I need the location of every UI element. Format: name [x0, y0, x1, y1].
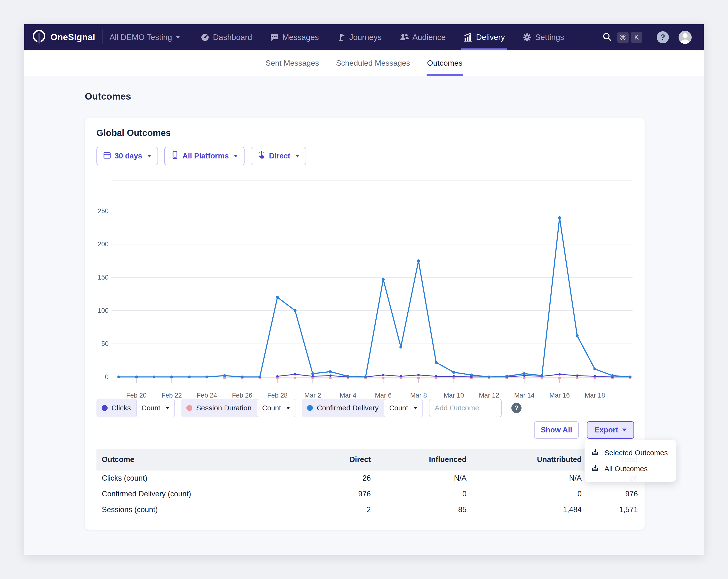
- nav-label: Settings: [535, 33, 564, 42]
- nav-item-dashboard[interactable]: Dashboard: [201, 24, 252, 50]
- brand-logo[interactable]: OneSignal: [31, 29, 95, 45]
- nav-label: Delivery: [476, 33, 505, 42]
- svg-text:Feb 20: Feb 20: [126, 392, 147, 399]
- chat-icon: [270, 33, 279, 42]
- main-content: Outcomes Global Outcomes 30 days: [24, 76, 704, 555]
- nav-item-messages[interactable]: Messages: [270, 24, 319, 50]
- menu-item-selected-outcomes[interactable]: Selected Outcomes: [584, 445, 676, 461]
- legend-toggle-session-duration[interactable]: Session Duration: [181, 399, 257, 417]
- chevron-down-icon: [413, 407, 417, 410]
- export-button[interactable]: Export: [587, 421, 634, 439]
- page-title: Outcomes: [85, 91, 131, 102]
- svg-text:Feb 22: Feb 22: [161, 392, 182, 399]
- gauge-icon: [201, 33, 209, 42]
- chevron-down-icon: [622, 428, 626, 431]
- nav-label: Messages: [282, 33, 319, 42]
- date-range-filter[interactable]: 30 days: [97, 147, 158, 165]
- tab-outcomes[interactable]: Outcomes: [426, 50, 463, 76]
- kbd-k[interactable]: K: [631, 32, 642, 43]
- app-selector-label: All DEMO Testing: [109, 33, 172, 42]
- chevron-down-icon: [286, 407, 290, 410]
- filter-label: 30 days: [114, 152, 142, 160]
- svg-text:200: 200: [98, 241, 109, 248]
- attribution-filter[interactable]: Direct: [251, 147, 306, 165]
- table-header-row: Outcome Direct Influenced Unattributed T…: [97, 449, 644, 470]
- download-icon: [591, 464, 599, 474]
- brand-name: OneSignal: [50, 32, 95, 43]
- nav-item-delivery[interactable]: Delivery: [464, 24, 505, 50]
- aggregation-label: Count: [262, 404, 281, 412]
- clicks-aggregation-select[interactable]: Count: [136, 399, 175, 417]
- session-duration-dot-icon: [186, 405, 192, 411]
- card-title: Global Outcomes: [97, 128, 171, 138]
- outcomes-chart: 050100150200250Feb 20Feb 22Feb 24Feb 26F…: [97, 179, 645, 402]
- chart-filters: 30 days All Platforms: [97, 147, 306, 165]
- svg-text:Feb 28: Feb 28: [267, 392, 288, 399]
- aggregation-label: Count: [389, 404, 408, 412]
- svg-text:Mar 10: Mar 10: [443, 392, 464, 399]
- avatar[interactable]: [679, 31, 692, 44]
- svg-text:Feb 24: Feb 24: [197, 392, 217, 399]
- global-outcomes-card: Global Outcomes 30 days A: [85, 118, 645, 530]
- confirmed-delivery-dot-icon: [307, 405, 313, 411]
- chevron-down-icon: [295, 155, 299, 157]
- tab-sent-messages[interactable]: Sent Messages: [265, 50, 320, 76]
- nav-item-journeys[interactable]: Journeys: [337, 24, 382, 50]
- table-row: Sessions (count)2 851,484 1,571: [97, 502, 644, 518]
- filter-label: All Platforms: [182, 152, 229, 160]
- chevron-down-icon: [147, 155, 151, 157]
- col-unattributed: Unattributed: [467, 455, 582, 464]
- svg-text:Mar 2: Mar 2: [304, 392, 321, 399]
- svg-text:Mar 6: Mar 6: [375, 392, 392, 399]
- calendar-icon: [103, 151, 111, 161]
- menu-item-all-outcomes[interactable]: All Outcomes: [584, 461, 676, 477]
- tab-scheduled-messages[interactable]: Scheduled Messages: [335, 50, 411, 76]
- col-outcome: Outcome: [97, 455, 298, 464]
- add-outcome-input[interactable]: [429, 399, 502, 417]
- nav-label: Journeys: [349, 33, 382, 42]
- tap-icon: [258, 151, 265, 161]
- table-actions: Show All Export: [534, 421, 634, 439]
- export-label: Export: [595, 426, 618, 435]
- legend-toggle-confirmed-delivery[interactable]: Confirmed Delivery: [302, 399, 384, 417]
- nav-label: Audience: [413, 33, 446, 42]
- svg-text:150: 150: [98, 274, 109, 281]
- platform-filter[interactable]: All Platforms: [164, 147, 244, 165]
- svg-text:Mar 16: Mar 16: [549, 392, 570, 399]
- svg-text:100: 100: [98, 307, 109, 314]
- filter-label: Direct: [269, 152, 290, 160]
- nav-item-settings[interactable]: Settings: [523, 24, 564, 50]
- legend-label: Clicks: [111, 404, 131, 412]
- phone-icon: [171, 151, 179, 161]
- flag-icon: [337, 33, 345, 42]
- aggregation-label: Count: [141, 404, 160, 412]
- outcomes-table: Outcome Direct Influenced Unattributed T…: [97, 449, 644, 518]
- svg-text:Mar 4: Mar 4: [340, 392, 356, 399]
- show-all-button[interactable]: Show All: [534, 421, 579, 439]
- legend-chip-clicks: Clicks Count: [97, 399, 175, 417]
- top-navbar: OneSignal All DEMO Testing Dashboard: [24, 24, 704, 50]
- legend-toggle-clicks[interactable]: Clicks: [97, 399, 136, 417]
- nav-item-audience[interactable]: Audience: [400, 24, 446, 50]
- table-row: Confirmed Delivery (count)976 00 976: [97, 486, 644, 502]
- bar-chart-icon: [464, 33, 472, 42]
- screen: OneSignal All DEMO Testing Dashboard: [0, 0, 728, 579]
- search-icon[interactable]: [602, 32, 612, 43]
- legend-chip-session-duration: Session Duration Count: [181, 399, 295, 417]
- legend-label: Confirmed Delivery: [317, 404, 379, 412]
- chevron-down-icon: [234, 155, 238, 157]
- confirmed-delivery-aggregation-select[interactable]: Count: [384, 399, 422, 417]
- svg-text:50: 50: [101, 340, 109, 347]
- session-duration-aggregation-select[interactable]: Count: [257, 399, 295, 417]
- app-selector[interactable]: All DEMO Testing: [109, 33, 180, 42]
- help-icon[interactable]: ?: [657, 31, 669, 43]
- kbd-cmd[interactable]: ⌘: [617, 32, 629, 43]
- primary-nav: Dashboard Messages Journeys: [201, 24, 564, 50]
- app-window: OneSignal All DEMO Testing Dashboard: [24, 24, 704, 555]
- legend-chip-confirmed-delivery: Confirmed Delivery Count: [302, 399, 422, 417]
- col-direct: Direct: [298, 455, 371, 464]
- svg-text:Mar 18: Mar 18: [584, 392, 605, 399]
- outcome-help-icon[interactable]: ?: [511, 403, 522, 413]
- people-icon: [400, 33, 409, 42]
- onesignal-logo-icon: [31, 29, 47, 45]
